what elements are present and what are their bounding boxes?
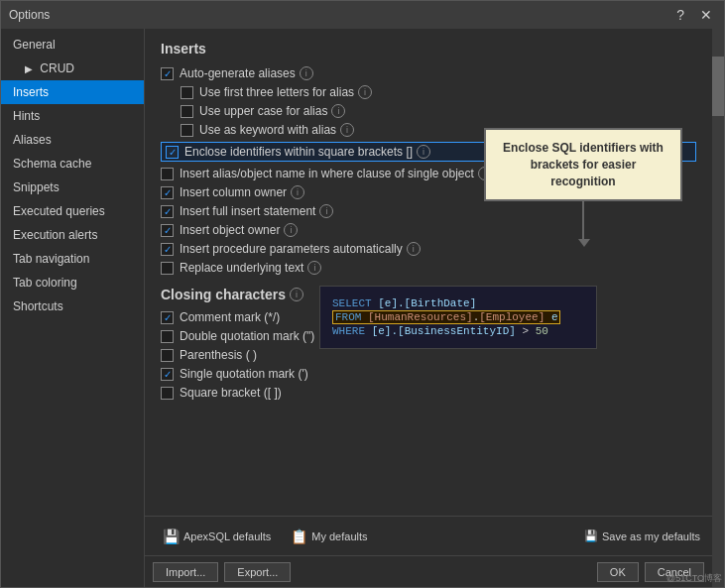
- cb-insert-procedure-params[interactable]: [161, 243, 174, 256]
- label-enclose-identifiers: Enclose identifiers within square bracke…: [184, 145, 413, 159]
- sidebar-item-general-label: General: [13, 38, 56, 52]
- sidebar-item-schema-cache[interactable]: Schema cache: [1, 152, 144, 176]
- sidebar-item-crud-label: CRUD: [40, 61, 74, 75]
- tooltip-box: Enclose SQL identifiers with brackets fo…: [484, 128, 682, 201]
- checkbox-first-three-letters: Use first three letters for alias i: [161, 85, 696, 99]
- sidebar-item-executed-queries-label: Executed queries: [13, 204, 105, 218]
- main-panel: Inserts Auto-generate aliases i Use firs…: [145, 29, 712, 587]
- sidebar: General ▶ CRUD Inserts Hints Aliases Sch…: [1, 29, 145, 587]
- sidebar-item-shortcuts[interactable]: Shortcuts: [1, 294, 144, 318]
- label-replace-underlying-text: Replace underlying text: [180, 261, 303, 275]
- info-closing-characters[interactable]: i: [290, 288, 303, 301]
- apexsql-defaults-label: ApexSQL defaults: [183, 530, 271, 542]
- info-insert-column-owner[interactable]: i: [291, 185, 304, 199]
- info-upper-case-alias[interactable]: i: [331, 104, 345, 118]
- cb-insert-full-statement[interactable]: [161, 205, 174, 218]
- footer-left: 💾 ApexSQL defaults 📋 My defaults: [157, 526, 374, 547]
- footer-bar: 💾 ApexSQL defaults 📋 My defaults 💾 Save …: [145, 516, 712, 555]
- main-scrollbar[interactable]: [712, 29, 724, 587]
- info-insert-object-owner[interactable]: i: [284, 223, 298, 237]
- info-keyword-with-alias[interactable]: i: [340, 123, 354, 137]
- info-first-three-letters[interactable]: i: [358, 85, 372, 99]
- sidebar-item-execution-alerts[interactable]: Execution alerts: [1, 223, 144, 247]
- cb-single-quote[interactable]: [161, 368, 174, 381]
- label-insert-object-owner: Insert object owner: [180, 223, 280, 237]
- cb-upper-case-alias[interactable]: [181, 105, 193, 118]
- sidebar-item-inserts[interactable]: Inserts: [1, 80, 144, 104]
- sidebar-item-snippets[interactable]: Snippets: [1, 176, 144, 199]
- val-50: 50: [536, 325, 548, 337]
- cb-double-quote[interactable]: [161, 330, 174, 343]
- cb-parenthesis[interactable]: [161, 349, 174, 362]
- tooltip-text: Enclose SQL identifiers with brackets fo…: [503, 141, 664, 188]
- checkbox-upper-case-alias: Use upper case for alias i: [161, 104, 696, 118]
- cb-keyword-with-alias[interactable]: [181, 124, 193, 137]
- cb-enclose-identifiers[interactable]: [166, 146, 179, 159]
- code-line-1: SELECT [e].[BirthDate]: [332, 297, 584, 309]
- sidebar-item-crud[interactable]: ▶ CRUD: [1, 57, 144, 80]
- sidebar-item-snippets-label: Snippets: [13, 180, 60, 194]
- sidebar-item-aliases[interactable]: Aliases: [1, 128, 144, 152]
- sidebar-item-aliases-label: Aliases: [13, 133, 52, 147]
- sidebar-item-general[interactable]: General: [1, 33, 144, 57]
- closing-characters-title: Closing characters: [161, 287, 286, 302]
- info-replace-underlying-text[interactable]: i: [307, 261, 321, 275]
- sidebar-item-tab-coloring[interactable]: Tab coloring: [1, 271, 144, 294]
- sidebar-item-tab-navigation[interactable]: Tab navigation: [1, 247, 144, 271]
- crud-arrow-icon: ▶: [25, 63, 33, 74]
- info-insert-procedure-params[interactable]: i: [407, 242, 421, 256]
- sidebar-item-inserts-label: Inserts: [13, 85, 49, 99]
- sidebar-item-executed-queries[interactable]: Executed queries: [1, 199, 144, 223]
- save-as-defaults-label: Save as my defaults: [602, 530, 700, 542]
- alias-e: e: [551, 311, 558, 323]
- dialog-title: Options: [9, 8, 50, 22]
- label-first-three-letters: Use first three letters for alias: [199, 85, 354, 99]
- bottom-bar: Import... Export... OK Cancel: [145, 555, 712, 587]
- checkbox-auto-generate-aliases: Auto-generate aliases i: [161, 66, 696, 80]
- help-button[interactable]: ?: [672, 5, 688, 25]
- scrollbar-thumb[interactable]: [712, 57, 724, 116]
- tooltip-arrow-vertical: [582, 199, 584, 239]
- info-insert-full-statement[interactable]: i: [319, 204, 333, 218]
- schema-humanresources: [HumanResources]: [368, 311, 473, 323]
- cb-insert-alias-where[interactable]: [161, 168, 174, 180]
- my-defaults-label: My defaults: [311, 530, 367, 542]
- close-button[interactable]: ✕: [696, 5, 716, 25]
- code-preview: SELECT [e].[BirthDate] FROM [HumanResour…: [319, 286, 597, 349]
- cb-comment-mark[interactable]: [161, 311, 174, 324]
- checkbox-single-quote: Single quotation mark ('): [161, 367, 696, 381]
- cb-insert-object-owner[interactable]: [161, 224, 174, 237]
- kw-where: WHERE: [332, 325, 365, 337]
- bottom-left-buttons: Import... Export...: [153, 562, 291, 582]
- cb-auto-generate-aliases[interactable]: [161, 67, 174, 80]
- checkbox-square-bracket: Square bracket ([ ]): [161, 386, 696, 400]
- from-highlight: FROM [HumanResources].[Employee] e: [332, 310, 560, 324]
- label-parenthesis: Parenthesis ( ): [180, 348, 257, 362]
- id-e1: [e].[BirthDate]: [378, 297, 476, 309]
- checkbox-parenthesis: Parenthesis ( ): [161, 348, 696, 362]
- export-button[interactable]: Export...: [224, 562, 291, 582]
- my-defaults-link[interactable]: 📋 My defaults: [285, 526, 373, 547]
- mydefaults-icon: 📋: [291, 529, 307, 544]
- sidebar-item-schema-cache-label: Schema cache: [13, 157, 91, 171]
- cb-first-three-letters[interactable]: [181, 86, 193, 99]
- id-businessentityid: [e].[BusinessEntityID]: [372, 325, 516, 337]
- label-insert-full-statement: Insert full insert statement: [180, 204, 315, 218]
- sidebar-item-tab-navigation-label: Tab navigation: [13, 252, 89, 266]
- checkbox-insert-procedure-params: Insert procedure parameters automaticall…: [161, 242, 696, 256]
- sidebar-item-tab-coloring-label: Tab coloring: [13, 276, 77, 290]
- checkbox-insert-object-owner: Insert object owner i: [161, 223, 696, 237]
- ok-button[interactable]: OK: [597, 562, 639, 582]
- apexsql-defaults-link[interactable]: 💾 ApexSQL defaults: [157, 526, 277, 547]
- cb-replace-underlying-text[interactable]: [161, 262, 174, 275]
- info-auto-generate-aliases[interactable]: i: [300, 66, 313, 80]
- import-button[interactable]: Import...: [153, 562, 218, 582]
- checkbox-insert-full-statement: Insert full insert statement i: [161, 204, 696, 218]
- cb-insert-column-owner[interactable]: [161, 186, 174, 199]
- cb-square-bracket[interactable]: [161, 387, 174, 400]
- info-enclose-identifiers[interactable]: i: [417, 145, 430, 159]
- sidebar-item-hints[interactable]: Hints: [1, 104, 144, 128]
- label-insert-alias-where: Insert alias/object name in where clause…: [180, 167, 474, 180]
- label-double-quote: Double quotation mark ("): [180, 329, 314, 343]
- save-as-defaults-link[interactable]: 💾 Save as my defaults: [584, 529, 700, 542]
